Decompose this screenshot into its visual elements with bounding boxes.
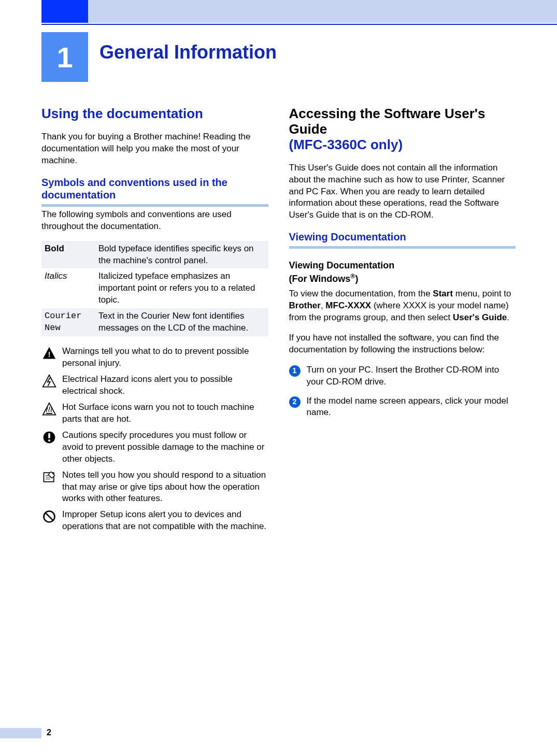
subsection-symbols-title: Symbols and conventions used in the docu…	[41, 176, 268, 207]
page-footer: 2	[0, 728, 557, 740]
viewing-windows-line2b: )	[355, 274, 359, 284]
svg-rect-6	[48, 433, 50, 438]
note-icon	[41, 469, 57, 485]
improper-setup-icon	[41, 509, 57, 524]
viewing-windows-line1: Viewing Documentation	[289, 260, 395, 270]
warning-icon: !	[41, 346, 57, 361]
accessing-intro: This User's Guide does not contain all t…	[289, 162, 516, 222]
symbol-text-note: Notes tell you how you should respond to…	[62, 469, 268, 505]
viewing-windows-heading: Viewing Documentation (For Windows®)	[289, 259, 516, 285]
left-column: Using the documentation Thank you for bu…	[41, 106, 268, 537]
accessing-title-line1: Accessing the Software User's Guide	[289, 106, 485, 137]
conv-key-italics: Italics	[41, 270, 98, 282]
conv-key-bold: Bold	[41, 243, 98, 255]
header-light-strip	[88, 0, 557, 23]
fallback-instructions: If you have not installed the software, …	[289, 332, 516, 356]
p1a: To view the documentation, from the	[289, 289, 433, 298]
conv-row-italics: Italics Italicized typeface emphasizes a…	[41, 268, 268, 308]
subsection-viewing-title: Viewing Documentation	[289, 231, 516, 249]
section-accessing-title: Accessing the Software User's Guide (MFC…	[289, 106, 516, 153]
header-rule	[41, 24, 557, 25]
p1b: Start	[433, 289, 453, 298]
symbol-row-warning: ! Warnings tell you what to do to preven…	[41, 346, 268, 369]
conv-val-courier: Text in the Courier New font identifies …	[98, 310, 268, 334]
registered-mark: ®	[350, 273, 355, 280]
intro-paragraph: Thank you for buying a Brother machine! …	[41, 131, 268, 167]
symbol-row-note: Notes tell you how you should respond to…	[41, 469, 268, 505]
viewing-windows-line2a: (For Windows	[289, 274, 351, 284]
symbols-list: ! Warnings tell you what to do to preven…	[41, 346, 268, 533]
p1d: Brother	[289, 301, 321, 310]
symbol-text-warning: Warnings tell you what to do to prevent …	[62, 346, 268, 369]
svg-text:!: !	[48, 350, 51, 359]
step-1-number: 1	[289, 365, 301, 377]
conventions-table: Bold Bold typeface identifies specific k…	[41, 241, 268, 337]
symbol-row-improper-setup: Improper Setup icons alert you to device…	[41, 509, 268, 533]
symbol-text-hot-surface: Hot Surface icons warn you not to touch …	[62, 402, 268, 425]
p1f: MFC-XXXX	[325, 301, 371, 310]
step-1-text: Turn on your PC. Insert the Brother CD-R…	[307, 364, 516, 388]
conv-val-bold: Bold typeface identifies specific keys o…	[98, 243, 268, 267]
p1c: menu, point to	[453, 289, 511, 298]
symbol-text-caution: Cautions specify procedures you must fol…	[62, 430, 268, 465]
step-2: 2 If the model name screen appears, clic…	[289, 395, 516, 419]
symbol-text-improper-setup: Improper Setup icons alert you to device…	[62, 509, 268, 533]
conventions-intro: The following symbols and conventions ar…	[41, 209, 268, 233]
viewing-instructions: To view the documentation, from the Star…	[289, 288, 516, 324]
chapter-header: 1 General Information	[41, 32, 516, 82]
right-column: Accessing the Software User's Guide (MFC…	[289, 106, 516, 537]
section-using-docs-title: Using the documentation	[41, 106, 268, 122]
svg-marker-2	[43, 375, 56, 387]
top-header-band	[0, 0, 557, 31]
step-2-number: 2	[289, 396, 301, 408]
chapter-number: 1	[41, 32, 88, 82]
p1h: User's Guide	[453, 312, 507, 322]
conv-key-courier: Courier New	[41, 310, 98, 334]
svg-rect-7	[48, 439, 50, 441]
conv-row-courier: Courier New Text in the Courier New font…	[41, 308, 268, 336]
step-1: 1 Turn on your PC. Insert the Brother CD…	[289, 364, 516, 388]
step-2-text: If the model name screen appears, click …	[307, 395, 516, 419]
hot-surface-icon	[41, 402, 57, 417]
electrical-hazard-icon	[41, 374, 57, 389]
symbol-text-electrical: Electrical Hazard icons alert you to pos…	[62, 374, 268, 397]
caution-icon	[41, 430, 57, 445]
conv-row-bold: Bold Bold typeface identifies specific k…	[41, 241, 268, 269]
p1e: ,	[321, 301, 325, 310]
page: 1 General Information Using the document…	[0, 0, 557, 756]
accessing-title-line2: (MFC-3360C only)	[289, 137, 403, 152]
footer-tab	[0, 728, 41, 738]
symbol-row-electrical: Electrical Hazard icons alert you to pos…	[41, 374, 268, 397]
steps-list: 1 Turn on your PC. Insert the Brother CD…	[289, 364, 516, 419]
page-number: 2	[47, 728, 51, 737]
content-columns: Using the documentation Thank you for bu…	[41, 106, 516, 537]
symbol-row-hot-surface: Hot Surface icons warn you not to touch …	[41, 402, 268, 425]
conv-val-italics: Italicized typeface emphasizes an import…	[98, 270, 268, 306]
chapter-title: General Information	[99, 41, 277, 63]
symbol-row-caution: Cautions specify procedures you must fol…	[41, 430, 268, 465]
svg-line-13	[45, 513, 53, 521]
p1i: .	[507, 312, 509, 322]
header-blue-box	[41, 0, 88, 23]
